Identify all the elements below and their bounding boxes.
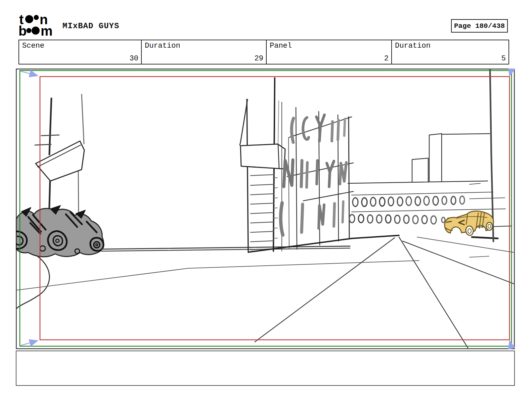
scene-duration-cell: Duration 29 [141, 40, 266, 64]
scene-value: 30 [130, 54, 138, 63]
duration-value: 29 [255, 54, 263, 63]
info-table: Scene 30 Duration 29 Panel 2 Duration 5 [18, 40, 509, 64]
storyboard-page: t n b m MIxBAD GUYS Page 180/438 Scene 3… [0, 0, 532, 411]
scene-cell: Scene 30 [19, 40, 141, 64]
logo-dot [32, 27, 40, 35]
logo-dot [25, 15, 33, 23]
panel-border [16, 69, 515, 349]
caption-box [16, 351, 515, 386]
duration-label: Duration [145, 42, 180, 50]
scene-label: Scene [22, 42, 44, 50]
toonboom-logo: t n b m [18, 13, 56, 38]
logo-letter: b [18, 24, 27, 38]
panel-cell: Panel 2 [266, 40, 391, 64]
panel-duration-cell: Duration 5 [391, 40, 508, 64]
panel-label: Panel [270, 42, 292, 50]
project-title: MIxBAD GUYS [62, 21, 119, 31]
duration-value: 5 [501, 54, 506, 63]
storyboard-panel [16, 68, 515, 349]
page-number: Page 180/438 [451, 19, 508, 33]
logo-dot [27, 28, 32, 33]
duration-label: Duration [395, 42, 431, 50]
logo-letter: m [41, 24, 53, 38]
logo-dot [34, 15, 39, 20]
panel-value: 2 [384, 54, 389, 63]
